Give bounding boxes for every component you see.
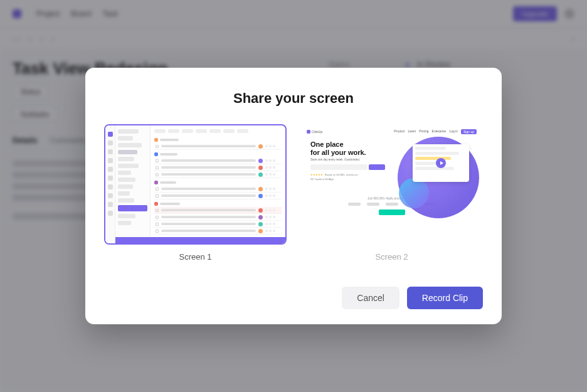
screen-1-thumbnail	[104, 124, 287, 245]
screen-1-label: Screen 1	[104, 252, 287, 262]
modal-overlay[interactable]: Share your screen	[0, 0, 587, 392]
screen-2-thumbnail: ClickUp Product Learn Pricing Enterprise…	[300, 124, 483, 245]
screen-2-label: Screen 2	[300, 252, 483, 262]
share-screen-modal: Share your screen	[85, 68, 502, 324]
screen-option-1[interactable]: Screen 1	[104, 124, 287, 262]
modal-actions: Cancel Record Clip	[104, 287, 483, 309]
record-clip-button[interactable]: Record Clip	[407, 287, 483, 309]
screen-options: Screen 1 ClickUp Product Learn Pricing E…	[104, 124, 483, 262]
modal-title: Share your screen	[104, 90, 483, 107]
screen-option-2[interactable]: ClickUp Product Learn Pricing Enterprise…	[300, 124, 483, 262]
cancel-button[interactable]: Cancel	[342, 287, 399, 309]
